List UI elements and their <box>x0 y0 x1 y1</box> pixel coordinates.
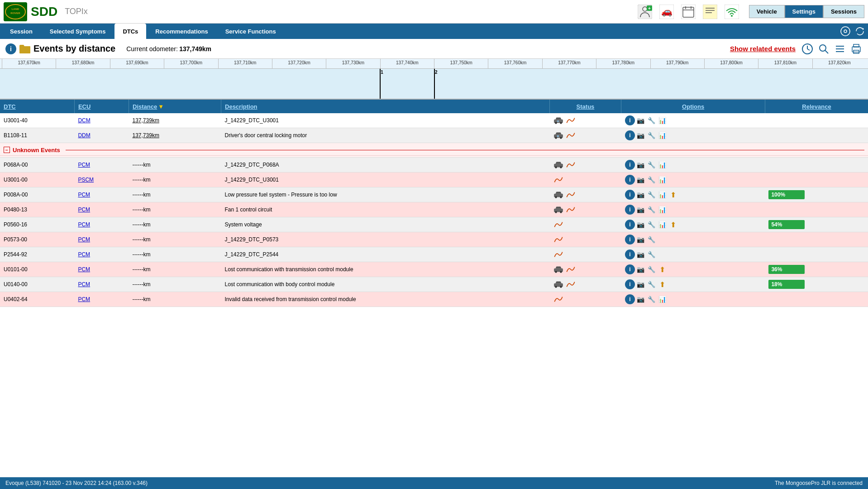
wrench-opt-icon[interactable]: 🔧 <box>647 160 657 170</box>
calendar-icon[interactable] <box>680 4 696 20</box>
ecu-link[interactable]: PSCM <box>74 173 129 187</box>
ecu-link[interactable]: PCM <box>74 187 129 202</box>
camera-opt-icon[interactable]: 📷 <box>636 175 646 185</box>
table-row: P2544-92 PCM ------km J_14229_DTC_P2544 … <box>0 247 868 262</box>
chart-opt-icon[interactable]: 📊 <box>658 220 668 230</box>
camera-opt-icon[interactable]: 📷 <box>636 130 646 140</box>
wrench-opt-icon[interactable]: 🔧 <box>647 115 657 125</box>
info-opt-icon[interactable]: i <box>625 279 635 289</box>
info-opt-icon[interactable]: i <box>625 190 635 200</box>
notes-icon[interactable] <box>702 4 718 20</box>
show-related-events-btn[interactable]: Show related events <box>730 45 796 53</box>
col-header-ecu[interactable]: ECU <box>74 100 129 113</box>
chart-opt-icon[interactable]: 📊 <box>658 190 668 200</box>
col-header-distance[interactable]: Distance▼ <box>129 100 221 113</box>
options-cell: i 📷 🔧 📊 <box>621 292 765 307</box>
col-header-options[interactable]: Options <box>621 100 765 113</box>
ecu-link[interactable]: PCM <box>74 262 129 277</box>
arrow-opt-icon[interactable]: ⬆ <box>668 190 678 200</box>
tab-refresh-icon[interactable] <box>854 25 866 38</box>
camera-opt-icon[interactable]: 📷 <box>636 294 646 304</box>
info-opt-icon[interactable]: i <box>625 160 635 170</box>
table-row: U0402-64 PCM ------km Invalid data recei… <box>0 292 868 307</box>
car-green-icon[interactable]: 🚗 <box>658 4 675 20</box>
camera-opt-icon[interactable]: 📷 <box>636 205 646 215</box>
tab-service-functions[interactable]: Service Functions <box>217 24 284 39</box>
wrench-opt-icon[interactable]: 🔧 <box>647 130 657 140</box>
collapse-icon[interactable]: − <box>4 147 10 153</box>
camera-opt-icon[interactable]: 📷 <box>636 220 646 230</box>
info-opt-icon[interactable]: i <box>625 115 635 125</box>
camera-opt-icon[interactable]: 📷 <box>636 160 646 170</box>
info-opt-icon[interactable]: i <box>625 264 635 274</box>
wrench-opt-icon[interactable]: 🔧 <box>647 190 657 200</box>
clock-icon[interactable] <box>801 43 814 55</box>
wrench-opt-icon[interactable]: 🔧 <box>647 205 657 215</box>
camera-opt-icon[interactable]: 📷 <box>636 235 646 244</box>
ecu-link[interactable]: PCM <box>74 277 129 292</box>
svg-rect-15 <box>703 5 717 19</box>
wifi-icon[interactable] <box>724 4 740 20</box>
tab-dtcs[interactable]: DTCs <box>114 24 146 39</box>
ecu-link[interactable]: PCM <box>74 202 129 217</box>
sessions-nav-btn[interactable]: Sessions <box>823 5 864 18</box>
ecu-link[interactable]: PCM <box>74 292 129 307</box>
chart-opt-icon[interactable]: 📊 <box>658 175 668 185</box>
wrench-opt-icon[interactable]: 🔧 <box>647 220 657 230</box>
arrow-opt-icon[interactable]: ⬆ <box>658 264 668 274</box>
ecu-link[interactable]: PCM <box>74 247 129 262</box>
table-scroll[interactable]: DTC ECU Distance▼ Description Status Opt… <box>0 100 868 398</box>
svg-line-25 <box>807 49 810 50</box>
tab-recommendations[interactable]: Recommendations <box>147 24 216 39</box>
chart-opt-icon[interactable]: 📊 <box>658 130 668 140</box>
info-opt-icon[interactable]: i <box>625 130 635 140</box>
tab-session[interactable]: Session <box>2 24 41 39</box>
tab-selected-symptoms[interactable]: Selected Symptoms <box>42 24 114 39</box>
info-opt-icon[interactable]: i <box>625 249 635 259</box>
info-opt-icon[interactable]: i <box>625 220 635 230</box>
col-header-dtc[interactable]: DTC <box>0 100 74 113</box>
wrench-opt-icon[interactable]: 🔧 <box>647 294 657 304</box>
search-icon[interactable] <box>817 43 830 55</box>
ecu-link[interactable]: PCM <box>74 158 129 173</box>
wrench-opt-icon[interactable]: 🔧 <box>647 264 657 274</box>
col-header-description[interactable]: Description <box>221 100 550 113</box>
ecu-link[interactable]: DDM <box>74 128 129 143</box>
camera-opt-icon[interactable]: 📷 <box>636 279 646 289</box>
info-icon[interactable]: i <box>5 43 16 54</box>
tabbar-right <box>839 24 866 39</box>
vehicle-nav-btn[interactable]: Vehicle <box>749 5 785 18</box>
wrench-opt-icon[interactable]: 🔧 <box>647 235 657 244</box>
chart-opt-icon[interactable]: 📊 <box>658 205 668 215</box>
ecu-link[interactable]: DCM <box>74 113 129 128</box>
chart-opt-icon[interactable]: 📊 <box>658 115 668 125</box>
info-opt-icon[interactable]: i <box>625 235 635 244</box>
settings-nav-btn[interactable]: Settings <box>785 5 823 18</box>
col-header-status[interactable]: Status <box>549 100 621 113</box>
svg-marker-49 <box>555 192 561 193</box>
status-icons-cell <box>549 187 621 202</box>
description-text: Fan 1 control circuit <box>221 202 550 217</box>
ecu-link[interactable]: PCM <box>74 217 129 232</box>
ecu-link[interactable]: PCM <box>74 232 129 247</box>
wrench-opt-icon[interactable]: 🔧 <box>647 279 657 289</box>
info-opt-icon[interactable]: i <box>625 175 635 185</box>
wrench-opt-icon[interactable]: 🔧 <box>647 175 657 185</box>
chart-opt-icon[interactable]: 📊 <box>658 160 668 170</box>
camera-opt-icon[interactable]: 📷 <box>636 249 646 259</box>
chart-opt-icon[interactable]: 📊 <box>658 294 668 304</box>
camera-opt-icon[interactable]: 📷 <box>636 190 646 200</box>
camera-opt-icon[interactable]: 📷 <box>636 264 646 274</box>
wrench-opt-icon[interactable]: 🔧 <box>647 249 657 259</box>
col-header-relevance[interactable]: Relevance <box>765 100 868 113</box>
tab-settings-icon[interactable] <box>839 25 852 38</box>
arrow-opt-icon[interactable]: ⬆ <box>658 279 668 289</box>
list-icon[interactable] <box>834 43 846 55</box>
info-opt-icon[interactable]: i <box>625 294 635 304</box>
info-opt-icon[interactable]: i <box>625 205 635 215</box>
camera-opt-icon[interactable]: 📷 <box>636 115 646 125</box>
user-icon[interactable]: + <box>637 4 653 20</box>
arrow-opt-icon[interactable]: ⬆ <box>668 220 678 230</box>
ruler-mark: 137,750km <box>434 59 488 68</box>
print-icon[interactable] <box>850 43 863 55</box>
